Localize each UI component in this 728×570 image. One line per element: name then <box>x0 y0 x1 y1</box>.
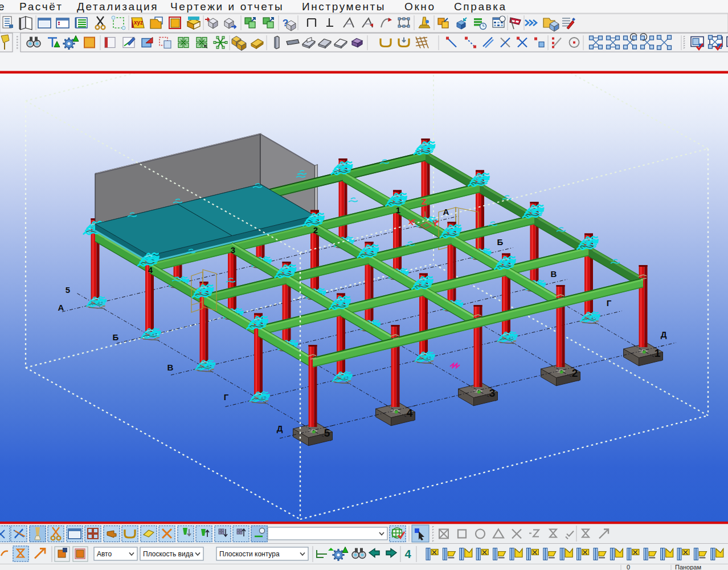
svg-text:xyz: xyz <box>134 19 143 26</box>
svg-text:Д: Д <box>277 424 283 433</box>
svg-text:3: 3 <box>489 387 496 399</box>
svg-text:4: 4 <box>404 548 411 560</box>
svg-text:Г: Г <box>224 392 229 402</box>
svg-text:4: 4 <box>407 407 413 419</box>
svg-text:Панорам: Панорам <box>675 564 701 570</box>
svg-text:2: 2 <box>572 367 578 379</box>
svg-text:2: 2 <box>313 225 318 235</box>
svg-text:Плоскость вида: Плоскость вида <box>143 550 194 558</box>
svg-text:Плоскости контура: Плоскости контура <box>219 550 280 558</box>
svg-text:1: 1 <box>655 347 661 359</box>
svg-text:В: В <box>167 363 174 372</box>
svg-text:Б: Б <box>497 237 504 247</box>
svg-text:4: 4 <box>148 265 153 275</box>
svg-text:Y: Y <box>432 218 438 228</box>
svg-text:5: 5 <box>66 285 70 295</box>
svg-text:Д: Д <box>661 329 667 339</box>
svg-text:А: А <box>58 303 64 312</box>
svg-text:В: В <box>551 269 557 279</box>
svg-text:Б: Б <box>113 332 119 342</box>
svg-text:5: 5 <box>324 427 330 439</box>
svg-text:Z: Z <box>421 197 426 206</box>
svg-text:0: 0 <box>627 564 630 570</box>
svg-text:Г: Г <box>607 298 612 308</box>
svg-text:3: 3 <box>231 245 235 255</box>
svg-text:Авто: Авто <box>97 550 112 558</box>
svg-text:1: 1 <box>396 205 400 215</box>
